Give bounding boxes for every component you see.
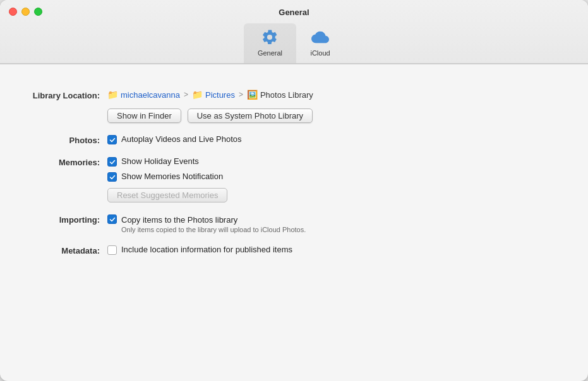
- memories-label: Memories:: [25, 156, 107, 167]
- title-bar: General General iCloud: [0, 0, 588, 64]
- metadata-label: Metadata:: [25, 245, 107, 255]
- autoplay-row: Autoplay Videos and Live Photos: [107, 134, 563, 144]
- toolbar-divider: [0, 64, 588, 64]
- tab-general-label: General: [258, 49, 282, 57]
- gear-icon: [260, 27, 280, 47]
- metadata-content: Include location information for publish…: [107, 245, 563, 255]
- autoplay-checkbox[interactable]: [107, 135, 117, 144]
- breadcrumb-photos-library: 🖼️ Photos Library: [247, 90, 313, 100]
- importing-row: Importing: Copy items to the Photos libr…: [25, 214, 563, 233]
- photos-row: Photos: Autoplay Videos and Live Photos: [25, 134, 563, 145]
- tab-icloud[interactable]: iCloud: [296, 23, 344, 63]
- breadcrumb-sep-2: >: [239, 90, 243, 99]
- toolbar: General iCloud: [244, 23, 344, 63]
- memories-notification-row: Show Memories Notification: [107, 172, 563, 182]
- location-info-checkbox[interactable]: [107, 245, 117, 255]
- library-location-row: Library Location: 📁 michaelcavanna > 📁 P…: [25, 90, 563, 123]
- breadcrumb-pictures: 📁 Pictures: [192, 90, 235, 100]
- tab-icloud-label: iCloud: [310, 49, 330, 57]
- preferences-window: General General iCloud: [0, 0, 588, 381]
- minimize-button[interactable]: [21, 8, 30, 16]
- library-buttons-row: Show in Finder Use as System Photo Libra…: [107, 108, 563, 123]
- breadcrumb: 📁 michaelcavanna > 📁 Pictures > 🖼️ Photo…: [107, 90, 563, 100]
- memories-content: Show Holiday Events Show Memories Notifi…: [107, 156, 563, 202]
- photos-content: Autoplay Videos and Live Photos: [107, 134, 563, 144]
- autoplay-label: Autoplay Videos and Live Photos: [121, 134, 242, 144]
- memories-notification-label: Show Memories Notification: [121, 172, 223, 181]
- copy-items-sublabel: Only items copied to the library will up…: [121, 226, 306, 233]
- holiday-events-row: Show Holiday Events: [107, 156, 563, 167]
- breadcrumb-text-3: Photos Library: [260, 90, 313, 100]
- show-in-finder-button[interactable]: Show in Finder: [107, 108, 181, 123]
- holiday-events-checkbox[interactable]: [107, 157, 117, 167]
- reset-suggested-memories-button[interactable]: Reset Suggested Memories: [107, 188, 227, 202]
- location-info-row: Include location information for publish…: [107, 245, 563, 255]
- tab-general[interactable]: General: [244, 23, 296, 63]
- use-as-system-photo-library-button[interactable]: Use as System Photo Library: [188, 108, 313, 123]
- importing-label: Importing:: [25, 214, 107, 225]
- folder-icon-2: 📁: [192, 90, 203, 100]
- photos-icon: 🖼️: [247, 90, 258, 100]
- breadcrumb-sep-1: >: [184, 90, 188, 99]
- memories-row: Memories: Show Holiday Events: [25, 156, 563, 202]
- folder-icon-1: 📁: [107, 90, 118, 100]
- cloud-icon: [310, 27, 330, 47]
- traffic-lights: [9, 8, 42, 16]
- location-info-label: Include location information for publish…: [121, 245, 292, 254]
- breadcrumb-michaelcavanna: 📁 michaelcavanna: [107, 90, 180, 100]
- copy-items-label: Copy items to the Photos library: [121, 215, 237, 225]
- importing-content: Copy items to the Photos library Only it…: [107, 214, 563, 233]
- content-area: Library Location: 📁 michaelcavanna > 📁 P…: [0, 76, 588, 381]
- photos-label: Photos:: [25, 134, 107, 145]
- maximize-button[interactable]: [34, 8, 42, 16]
- breadcrumb-text-2: Pictures: [205, 90, 235, 100]
- copy-items-row: Copy items to the Photos library Only it…: [107, 214, 563, 233]
- close-button[interactable]: [9, 8, 17, 16]
- memories-notification-checkbox[interactable]: [107, 172, 117, 182]
- copy-items-text-group: Copy items to the Photos library Only it…: [121, 214, 306, 233]
- window-title: General: [279, 8, 309, 17]
- breadcrumb-text-1: michaelcavanna: [121, 90, 180, 100]
- library-location-label: Library Location:: [25, 90, 107, 100]
- copy-items-checkbox[interactable]: [107, 214, 117, 224]
- holiday-events-label: Show Holiday Events: [121, 156, 199, 166]
- metadata-row: Metadata: Include location information f…: [25, 245, 563, 255]
- library-location-content: 📁 michaelcavanna > 📁 Pictures > 🖼️ Photo…: [107, 90, 563, 123]
